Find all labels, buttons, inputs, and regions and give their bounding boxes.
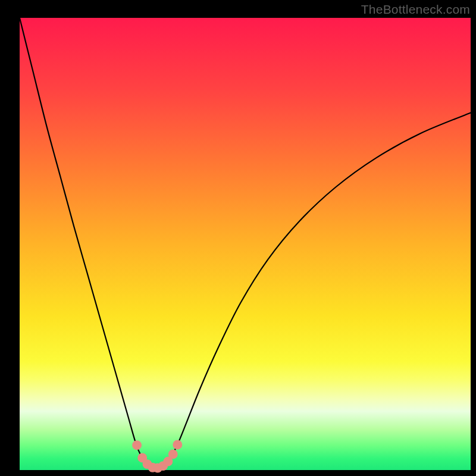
valley-marker-dot <box>168 449 178 459</box>
watermark-text: TheBottleneck.com <box>361 2 470 17</box>
plot-background <box>20 18 471 470</box>
chart-stage: TheBottleneck.com <box>0 0 476 476</box>
valley-marker-dot <box>132 440 142 450</box>
valley-marker-dot <box>173 440 182 449</box>
plot-svg <box>0 0 476 476</box>
